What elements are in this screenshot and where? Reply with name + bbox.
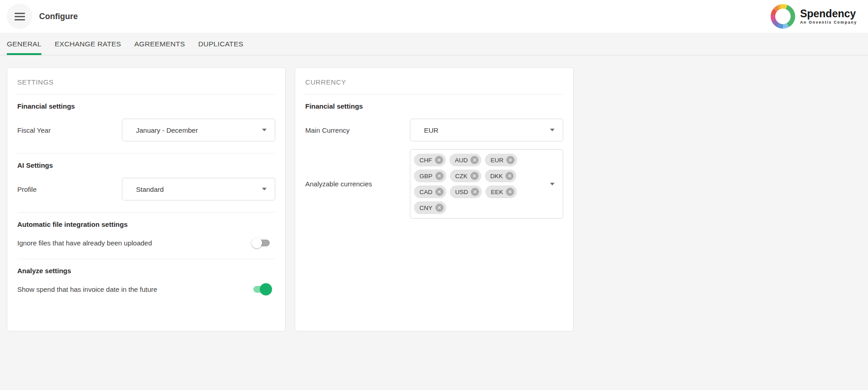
financial-settings-heading: Financial settings (17, 102, 275, 110)
divider (17, 153, 275, 154)
currency-chip: DKK ✕ (485, 170, 517, 182)
currency-chip: EUR ✕ (485, 154, 517, 166)
toggle-knob (260, 283, 272, 295)
remove-icon[interactable]: ✕ (506, 188, 514, 196)
currency-financial-heading: Financial settings (305, 102, 563, 110)
future-invoice-toggle[interactable] (253, 286, 270, 293)
menu-icon[interactable] (7, 4, 32, 29)
tab-exchange-rates[interactable]: EXCHANGE RATES (55, 33, 121, 55)
tab-agreements[interactable]: AGREEMENTS (134, 33, 185, 55)
chip-label: GBP (419, 173, 433, 180)
currency-chip: CZK ✕ (450, 170, 481, 182)
profile-row: Profile Standard (17, 178, 275, 200)
chip-label: USD (455, 189, 469, 195)
main-currency-label: Main Currency (305, 126, 410, 134)
fiscal-year-value: January - December (136, 126, 198, 134)
chip-label: CZK (455, 173, 468, 180)
main-currency-row: Main Currency EUR (305, 119, 563, 141)
tab-label: AGREEMENTS (134, 40, 185, 48)
settings-panel: SETTINGS Financial settings Fiscal Year … (7, 67, 286, 331)
tab-label: GENERAL (7, 40, 41, 48)
ignore-uploaded-row: Ignore files that have already been uplo… (17, 239, 275, 247)
tab-duplicates[interactable]: DUPLICATES (198, 33, 243, 55)
profile-label: Profile (17, 185, 122, 193)
fiscal-year-label: Fiscal Year (17, 126, 122, 134)
remove-icon[interactable]: ✕ (471, 188, 479, 196)
tab-general[interactable]: GENERAL (7, 33, 41, 55)
chevron-down-icon (262, 129, 267, 131)
currency-panel: CURRENCY Financial settings Main Currenc… (295, 67, 574, 331)
currency-chip: AUD ✕ (449, 154, 482, 166)
spendency-logo: Spendency An Onventis Company (771, 4, 859, 29)
chip-label: EEK (491, 189, 503, 195)
remove-icon[interactable]: ✕ (505, 172, 514, 180)
remove-icon[interactable]: ✕ (435, 156, 443, 164)
active-tab-underline (7, 53, 41, 55)
menu-bar (15, 13, 25, 14)
currency-chip: CHF ✕ (414, 154, 446, 166)
chevron-down-icon (550, 129, 555, 131)
page-title: Configure (39, 12, 78, 21)
divider (305, 94, 563, 95)
app-header: Configure Spendency An Onventis Company (0, 0, 868, 33)
fiscal-year-select[interactable]: January - December (122, 119, 275, 141)
remove-icon[interactable]: ✕ (435, 204, 444, 212)
chevron-down-icon (262, 188, 267, 190)
currency-chip: USD ✕ (450, 185, 482, 198)
currency-chip: CAD ✕ (414, 185, 446, 198)
currency-chip: EEK ✕ (485, 185, 517, 198)
main-currency-select[interactable]: EUR (410, 119, 563, 141)
profile-select[interactable]: Standard (122, 178, 275, 200)
remove-icon[interactable]: ✕ (506, 156, 515, 164)
analyze-settings-heading: Analyze settings (17, 267, 275, 275)
file-integration-heading: Automatic file integration settings (17, 220, 275, 228)
tab-label: EXCHANGE RATES (55, 40, 121, 48)
settings-panel-title: SETTINGS (17, 78, 275, 86)
analyzable-currencies-row: Analyzable currencies CHF ✕ AUD ✕ EUR ✕ … (305, 149, 563, 219)
divider (17, 212, 275, 213)
analyzable-currencies-label: Analyzable currencies (305, 180, 410, 188)
tab-label: DUPLICATES (198, 40, 243, 48)
chip-label: EUR (490, 157, 504, 164)
profile-value: Standard (136, 185, 164, 193)
analyzable-currencies-multiselect[interactable]: CHF ✕ AUD ✕ EUR ✕ GBP ✕ CZK ✕ (410, 149, 563, 219)
ignore-uploaded-toggle[interactable] (253, 240, 270, 246)
remove-icon[interactable]: ✕ (470, 172, 479, 180)
ignore-uploaded-label: Ignore files that have already been uplo… (17, 239, 253, 247)
menu-bar (15, 16, 25, 17)
chevron-down-icon (550, 183, 555, 185)
tab-bar: GENERAL EXCHANGE RATES AGREEMENTS DUPLIC… (0, 33, 868, 55)
chip-label: CAD (419, 189, 433, 195)
currency-chip: GBP ✕ (414, 170, 446, 182)
chip-label: CNY (419, 205, 433, 211)
toggle-knob (252, 238, 262, 248)
chip-label: AUD (455, 157, 468, 164)
menu-bar (15, 19, 25, 20)
currency-panel-title: CURRENCY (305, 78, 563, 86)
remove-icon[interactable]: ✕ (435, 188, 444, 196)
divider (17, 94, 275, 95)
logo-tagline: An Onventis Company (800, 20, 857, 25)
chip-label: DKK (490, 173, 503, 180)
future-invoice-row: Show spend that has invoice date in the … (17, 285, 275, 293)
remove-icon[interactable]: ✕ (470, 156, 479, 164)
currency-chip: CNY ✕ (414, 201, 446, 214)
content-area: SETTINGS Financial settings Fiscal Year … (0, 55, 868, 343)
logo-text: Spendency An Onventis Company (800, 8, 857, 25)
logo-name: Spendency (800, 8, 857, 19)
remove-icon[interactable]: ✕ (435, 172, 444, 180)
chip-label: CHF (419, 157, 432, 164)
main-currency-value: EUR (424, 126, 439, 134)
divider (17, 259, 275, 259)
fiscal-year-row: Fiscal Year January - December (17, 119, 275, 141)
ai-settings-heading: AI Settings (17, 161, 275, 169)
logo-ring-icon (771, 4, 795, 29)
future-invoice-label: Show spend that has invoice date in the … (17, 285, 253, 293)
